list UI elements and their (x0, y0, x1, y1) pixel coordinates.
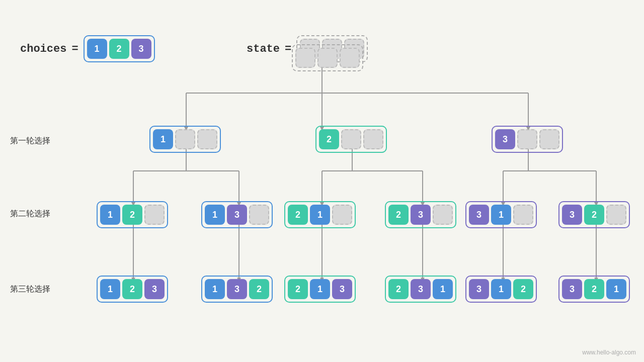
r3-node-4: 2 3 1 (385, 276, 456, 303)
choices-legend: choices = 1 2 3 (20, 35, 155, 62)
choices-eq: = (71, 43, 78, 55)
r2-node-5: 3 1 (465, 201, 537, 228)
root-node (292, 44, 363, 71)
r2-node-3: 2 1 (284, 201, 356, 228)
choices-box: 1 2 3 (84, 35, 155, 62)
root-state-box (292, 44, 363, 71)
choice-1: 1 (87, 39, 107, 59)
r2-node-6: 3 2 (558, 201, 630, 228)
round3-label: 第三轮选择 (10, 284, 50, 295)
choice-2: 2 (109, 39, 129, 59)
choices-label: choices (20, 43, 66, 55)
watermark: www.hello-algo.com (582, 349, 636, 356)
r3-node-5: 3 1 2 (465, 276, 537, 303)
r1-node-3: 3 (492, 126, 563, 153)
r1-box-1: 1 (149, 126, 221, 153)
round1-label: 第一轮选择 (10, 136, 50, 146)
r2-box-4: 2 3 (385, 201, 456, 228)
root-empty-2 (317, 48, 338, 68)
r2-node-1: 1 2 (97, 201, 168, 228)
r3-node-6: 3 2 1 (558, 276, 630, 303)
main-container: choices = 1 2 3 state = 第一轮选择 第二轮选择 第三轮选… (0, 0, 644, 362)
r2-node-4: 2 3 (385, 201, 456, 228)
r3-node-1: 1 2 3 (97, 276, 168, 303)
state-eq: = (285, 43, 291, 55)
r2-box-6: 3 2 (558, 201, 630, 228)
r2-node-2: 1 3 (201, 201, 273, 228)
state-label: state (247, 43, 280, 55)
r1-node-1: 1 (149, 126, 221, 153)
round2-label: 第二轮选择 (10, 209, 50, 219)
choice-3: 3 (131, 39, 151, 59)
r3-box-5: 3 1 2 (465, 276, 537, 303)
r2-box-2: 1 3 (201, 201, 273, 228)
r2-box-5: 3 1 (465, 201, 537, 228)
root-empty-1 (295, 48, 315, 68)
r3-node-3: 2 1 3 (284, 276, 356, 303)
r3-box-3: 2 1 3 (284, 276, 356, 303)
r3-node-2: 1 3 2 (201, 276, 273, 303)
r3-box-6: 3 2 1 (558, 276, 630, 303)
r3-box-2: 1 3 2 (201, 276, 273, 303)
r1-box-2: 2 (315, 126, 387, 153)
r3-box-1: 1 2 3 (97, 276, 168, 303)
r1-node-2: 2 (315, 126, 387, 153)
r2-box-1: 1 2 (97, 201, 168, 228)
r1-box-3: 3 (492, 126, 563, 153)
r2-box-3: 2 1 (284, 201, 356, 228)
r3-box-4: 2 3 1 (385, 276, 456, 303)
root-empty-3 (340, 48, 360, 68)
